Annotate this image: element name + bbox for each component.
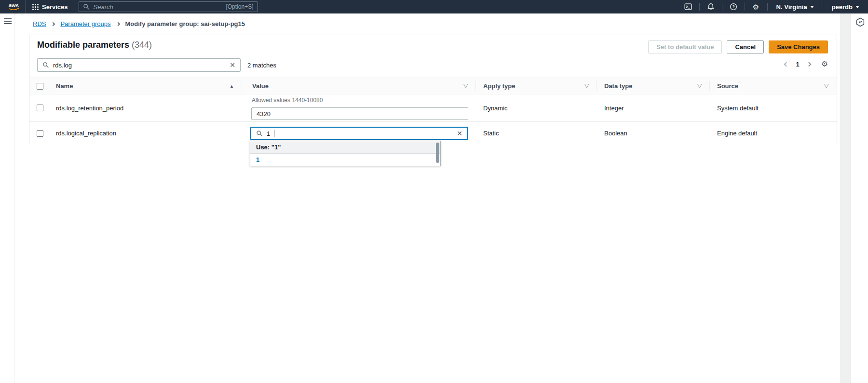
filter-column-icon[interactable]: ▽ — [463, 82, 468, 89]
clear-value-icon[interactable]: ✕ — [457, 130, 462, 137]
svg-text:aws: aws — [9, 2, 19, 8]
region-selector[interactable]: N. Virginia — [773, 3, 818, 11]
parameter-value-input[interactable] — [251, 107, 468, 120]
account-menu[interactable]: peerdb — [828, 3, 863, 11]
services-menu-button[interactable]: Services — [28, 0, 72, 13]
region-label: N. Virginia — [776, 3, 807, 11]
save-changes-button[interactable]: Save Changes — [769, 40, 828, 53]
search-icon — [42, 62, 49, 68]
search-icon — [256, 130, 263, 137]
source-value: System default — [717, 94, 759, 121]
column-divider — [475, 81, 476, 91]
row-checkbox[interactable] — [37, 130, 43, 137]
filter-column-icon[interactable]: ▽ — [824, 82, 828, 89]
page-scrollbar-track[interactable] — [840, 13, 851, 383]
nav-divider — [767, 3, 768, 11]
apply-type-value: Dynamic — [483, 94, 508, 121]
suggested-value-option[interactable]: 1 — [250, 154, 440, 166]
next-page-icon[interactable] — [806, 62, 811, 66]
services-label: Services — [42, 3, 68, 11]
pagination: 1 ⚙ — [785, 60, 828, 68]
allowed-values-hint: Allowed values 1440-10080 — [252, 97, 323, 104]
chevron-down-icon — [855, 6, 859, 8]
rds-modify-parameter-group-page: aws Services Search [Option+S] — [0, 0, 868, 383]
table-preferences-gear-icon[interactable]: ⚙ — [821, 60, 828, 68]
left-sidebar-rail — [0, 13, 14, 383]
set-to-default-button[interactable]: Set to default value — [648, 40, 722, 53]
use-typed-value-option[interactable]: Use: "1" — [250, 141, 440, 154]
clear-filter-icon[interactable]: ✕ — [230, 61, 235, 69]
global-search-input[interactable]: Search [Option+S] — [79, 1, 258, 12]
parameter-name: rds.log_retention_period — [56, 94, 123, 121]
breadcrumb-parameter-groups-link[interactable]: Parameter groups — [60, 20, 110, 27]
column-header-apply-type[interactable]: Apply type — [483, 78, 515, 94]
text-cursor — [274, 130, 274, 137]
column-divider — [242, 81, 242, 91]
value-suggestions-dropdown: Use: "1" 1 — [250, 141, 441, 166]
column-header-source[interactable]: Source — [717, 78, 738, 94]
aws-logo[interactable]: aws — [6, 1, 22, 12]
search-shortcut-hint: [Option+S] — [226, 3, 253, 10]
column-header-name[interactable]: Name — [56, 78, 73, 94]
chevron-right-icon — [116, 22, 120, 26]
settings-button[interactable]: ⚙ — [750, 0, 762, 13]
question-circle-icon: ? — [730, 3, 737, 11]
current-page-number[interactable]: 1 — [796, 61, 799, 68]
breadcrumb: RDS Parameter groups Modify parameter gr… — [33, 20, 245, 27]
dropdown-scrollbar[interactable] — [436, 143, 439, 163]
nav-divider — [823, 3, 823, 11]
search-icon — [83, 3, 90, 10]
column-header-data-type[interactable]: Data type — [604, 78, 633, 94]
parameters-table: Name ▲ Value ▽ Apply type ▽ Data type ▽ … — [29, 78, 837, 145]
parameter-filter-input[interactable]: ✕ — [37, 58, 241, 72]
cloudshell-terminal-icon — [684, 3, 692, 11]
previous-page-icon[interactable] — [784, 62, 789, 66]
filter-column-icon[interactable]: ▽ — [697, 82, 702, 89]
bell-icon — [707, 3, 715, 11]
search-select-query: 1 — [267, 130, 270, 137]
select-all-checkbox[interactable] — [37, 83, 43, 90]
search-placeholder: Search — [94, 3, 222, 11]
column-divider — [596, 81, 597, 91]
parameter-count: (344) — [132, 40, 152, 50]
nav-divider — [745, 3, 745, 11]
account-label: peerdb — [832, 3, 853, 11]
cloudshell-button[interactable] — [682, 0, 694, 13]
cancel-button[interactable]: Cancel — [727, 40, 764, 53]
hamburger-menu-icon[interactable] — [4, 18, 12, 24]
action-buttons: Set to default value Cancel Save Changes — [648, 40, 828, 53]
row-checkbox[interactable] — [37, 105, 43, 111]
source-value: Engine default — [717, 122, 757, 145]
value-search-select-input[interactable]: 1 ✕ — [250, 127, 468, 140]
help-button[interactable]: ? — [727, 0, 740, 13]
top-navigation-bar: aws Services Search [Option+S] — [0, 0, 868, 13]
column-header-value[interactable]: Value — [252, 78, 269, 94]
svg-text:?: ? — [732, 4, 734, 9]
nav-divider — [699, 3, 700, 11]
table-header-row: Name ▲ Value ▽ Apply type ▽ Data type ▽ … — [29, 78, 837, 94]
filter-column-icon[interactable]: ▽ — [584, 82, 589, 89]
data-type-value: Boolean — [604, 122, 627, 145]
sort-ascending-icon[interactable]: ▲ — [230, 84, 234, 89]
parameter-filter-value[interactable] — [53, 62, 226, 69]
side-panel-hexagon-icon[interactable] — [855, 17, 865, 27]
match-count: 2 matches — [247, 62, 276, 69]
parameter-name: rds.logical_replication — [56, 122, 116, 145]
column-divider — [709, 81, 710, 91]
notifications-button[interactable] — [705, 0, 717, 13]
table-row: rds.log_retention_period Allowed values … — [29, 94, 837, 122]
data-type-value: Integer — [604, 94, 624, 121]
breadcrumb-rds-link[interactable]: RDS — [33, 20, 46, 27]
page-title: Modifiable parameters (344) — [37, 40, 152, 50]
right-tools-rail — [851, 13, 868, 383]
gear-icon: ⚙ — [753, 3, 759, 11]
modifiable-parameters-card: Modifiable parameters (344) Set to defau… — [29, 35, 837, 145]
chevron-down-icon — [810, 6, 814, 8]
chevron-right-icon — [51, 22, 55, 26]
services-grid-icon — [32, 4, 39, 10]
nav-divider — [722, 3, 722, 11]
apply-type-value: Static — [483, 122, 499, 145]
nav-divider — [25, 0, 26, 13]
breadcrumb-current-page: Modify parameter group: sai-setup-pg15 — [125, 20, 245, 27]
